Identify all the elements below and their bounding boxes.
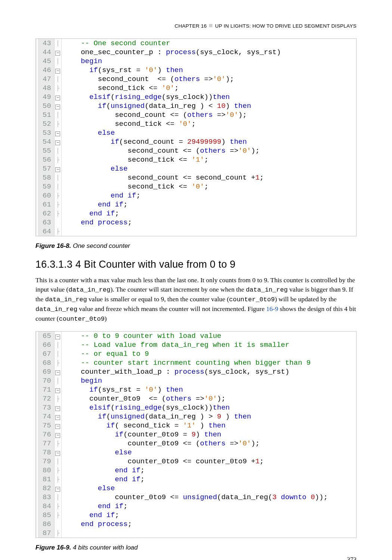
code-line: 50− if(unsigned(data_in_reg ) < 10) then [36, 102, 284, 111]
line-number: 59 [39, 182, 55, 191]
fold-gutter[interactable]: − [55, 385, 62, 394]
fold-gutter[interactable]: ├ [55, 466, 62, 475]
fold-gutter[interactable]: ├ [55, 394, 62, 403]
fold-guide-icon: │ [56, 184, 59, 190]
fold-gutter[interactable]: │ [55, 57, 62, 66]
code-gutter-edge [36, 173, 39, 182]
line-number: 75 [39, 421, 55, 430]
line-number: 78 [39, 448, 55, 457]
fold-gutter[interactable]: │ [55, 173, 62, 182]
code-text: if(sys_rst = '0') then [62, 385, 332, 394]
fold-gutter[interactable]: − [55, 421, 62, 430]
figure-reference-link[interactable]: 16-9 [266, 305, 278, 312]
fold-gutter[interactable]: − [55, 448, 62, 457]
inline-code: data_in_reg [35, 306, 77, 313]
fold-collapse-icon[interactable]: − [55, 131, 60, 136]
fold-gutter[interactable]: − [55, 332, 62, 340]
line-number: 61 [39, 200, 55, 209]
fold-collapse-icon[interactable]: − [55, 96, 60, 100]
fold-collapse-icon[interactable]: − [55, 167, 60, 172]
fold-gutter[interactable]: │ [55, 340, 62, 349]
code-text: counter_0to9 <= counter_0to9 +1; [62, 457, 332, 466]
fold-gutter[interactable]: ├ [55, 84, 62, 93]
section-heading: 16.3.1.3 4 Bit Counter with value from 0… [35, 259, 357, 270]
line-number: 70 [39, 376, 55, 385]
inline-code: counter_0to9 [59, 315, 105, 323]
fold-guide-icon: ├ [56, 530, 59, 536]
fold-gutter[interactable] [55, 520, 62, 529]
fold-gutter[interactable]: ├ [55, 475, 62, 484]
fold-gutter[interactable]: − [55, 66, 62, 75]
fold-collapse-icon[interactable]: − [55, 51, 60, 56]
fold-collapse-icon[interactable]: − [55, 140, 60, 145]
fold-gutter[interactable]: │ [55, 111, 62, 119]
fold-gutter[interactable]: − [55, 367, 62, 376]
fold-gutter[interactable]: − [55, 164, 62, 173]
code-text: end if; [62, 511, 332, 520]
code-text: begin [62, 376, 332, 385]
fold-collapse-icon[interactable]: − [55, 335, 60, 339]
fold-gutter[interactable]: ├ [55, 511, 62, 520]
fold-gutter[interactable]: − [55, 102, 62, 111]
line-number: 56 [39, 155, 55, 164]
fold-guide-icon: ├ [56, 503, 59, 509]
fold-guide-icon: │ [56, 175, 59, 181]
fold-gutter[interactable] [55, 218, 62, 227]
fold-gutter[interactable]: │ [55, 493, 62, 502]
code-line: 80├ end if; [36, 466, 332, 475]
fold-gutter[interactable]: │ [55, 349, 62, 358]
fold-guide-icon: │ [56, 148, 59, 154]
figure-label: Figure 16-8. [35, 242, 71, 249]
fold-gutter[interactable]: − [55, 48, 62, 57]
para-text: value and freeze which means the counter… [77, 305, 266, 312]
fold-collapse-icon[interactable]: − [55, 433, 60, 438]
code-gutter-edge [36, 218, 39, 227]
fold-collapse-icon[interactable]: − [55, 415, 60, 420]
fold-collapse-icon[interactable]: − [55, 370, 60, 375]
fold-gutter[interactable]: ├ [55, 227, 62, 236]
fold-gutter[interactable]: │ [55, 376, 62, 385]
fold-gutter[interactable]: ├ [55, 155, 62, 164]
fold-gutter[interactable]: ├ [55, 209, 62, 218]
fold-gutter[interactable]: − [55, 403, 62, 412]
code-text [62, 529, 332, 538]
code-block-one-second-counter: 43│ -- One second counter44− one_sec_cou… [35, 38, 357, 236]
fold-gutter[interactable]: │ [55, 75, 62, 84]
code-line: 58│ second_count <= second_count +1; [36, 173, 284, 182]
fold-gutter[interactable]: − [55, 128, 62, 137]
fold-gutter[interactable]: − [55, 137, 62, 146]
fold-gutter[interactable]: │ [55, 146, 62, 155]
fold-collapse-icon[interactable]: − [55, 487, 60, 492]
line-number: 77 [39, 439, 55, 448]
fold-gutter[interactable]: │ [55, 457, 62, 466]
fold-gutter[interactable]: ├ [55, 358, 62, 367]
code-text: end if; [62, 502, 332, 511]
fold-gutter[interactable]: − [55, 93, 62, 102]
fold-gutter[interactable]: ├ [55, 529, 62, 538]
fold-collapse-icon[interactable]: − [55, 105, 60, 109]
fold-collapse-icon[interactable]: − [55, 406, 60, 411]
fold-gutter[interactable]: ├ [55, 191, 62, 200]
code-line: 70│ begin [36, 376, 332, 385]
line-number: 55 [39, 146, 55, 155]
fold-gutter[interactable]: − [55, 412, 62, 421]
fold-collapse-icon[interactable]: − [55, 451, 60, 456]
fold-collapse-icon[interactable]: − [55, 388, 60, 393]
fold-collapse-icon[interactable]: − [55, 69, 60, 74]
fold-gutter[interactable]: ├ [55, 439, 62, 448]
code-line: 60├ end if; [36, 191, 284, 200]
code-text: counter_0to9 <= (others =>'0'); [62, 394, 332, 403]
fold-gutter[interactable]: │ [55, 39, 62, 48]
code-gutter-edge [36, 111, 39, 119]
fold-collapse-icon[interactable]: − [55, 424, 60, 429]
fold-gutter[interactable]: │ [55, 182, 62, 191]
fold-gutter[interactable]: ├ [55, 200, 62, 209]
code-text: counter_with_load_p : process(sys_clock,… [62, 367, 332, 376]
fold-gutter[interactable]: − [55, 430, 62, 439]
code-text: second_count <= second_count +1; [62, 173, 285, 182]
fold-gutter[interactable]: − [55, 484, 62, 493]
fold-gutter[interactable]: ├ [55, 119, 62, 128]
running-head-suffix: UP IN LIGHTS: HOW TO DRIVE LED SEGMENT D… [215, 23, 357, 29]
fold-gutter[interactable]: ├ [55, 502, 62, 511]
fold-guide-icon: ├ [56, 193, 59, 199]
